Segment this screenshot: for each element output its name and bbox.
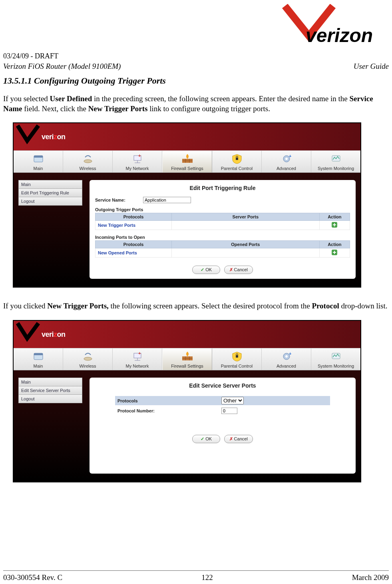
sidebar: Main Edit Service Server Ports Logout: [18, 378, 82, 474]
nav-firewall[interactable]: Firewall Settings: [162, 151, 212, 172]
sidebar-item-logout[interactable]: Logout: [18, 394, 82, 403]
footer-left: 030-300554 Rev. C: [3, 573, 62, 582]
col-action: Action: [319, 241, 350, 248]
col-action: Action: [319, 213, 350, 221]
svg-rect-18: [34, 353, 43, 355]
nav-parental[interactable]: Parental Control: [212, 151, 262, 172]
protocol-number-label: Protocol Number:: [117, 408, 221, 413]
nav-firewall[interactable]: Firewall Settings: [162, 348, 212, 370]
parental-icon: [230, 153, 244, 164]
paragraph-1: If you selected User Defined in the prec…: [3, 94, 389, 114]
footer-right: March 2009: [352, 573, 389, 582]
wireless-icon: [81, 153, 95, 164]
col-server-ports: Server Ports: [172, 213, 319, 221]
cancel-button[interactable]: ✗ Cancel: [224, 266, 253, 274]
nav-advanced[interactable]: + Advanced: [262, 151, 311, 172]
advanced-icon: +: [280, 153, 293, 164]
sidebar-item-main[interactable]: Main: [18, 378, 82, 386]
screenshot-2: verizon Main Wireless + My Network Firew…: [13, 320, 361, 482]
network-icon: +: [131, 153, 144, 164]
protocols-label: Protocols: [117, 398, 221, 403]
section-heading: 13.5.1.1 Configuring Outgoing Trigger Po…: [3, 76, 389, 86]
svg-text:+: +: [289, 351, 291, 356]
col-opened-ports: Opened Ports: [172, 241, 319, 248]
nav-my-network[interactable]: + My Network: [113, 151, 162, 172]
panel-title: Edit Port Triggering Rule: [95, 185, 350, 191]
nav-system[interactable]: System Monitoring: [311, 151, 360, 172]
col-protocols: Protocols: [96, 241, 172, 248]
nav-main[interactable]: Main: [14, 348, 63, 370]
firewall-icon: [181, 351, 194, 362]
panel-edit-port-triggering: Edit Port Triggering Rule Service Name: …: [90, 180, 356, 279]
draft-label: 03/24/09 - DRAFT: [3, 52, 389, 60]
nav-wireless[interactable]: Wireless: [63, 348, 113, 370]
svg-point-30: [285, 355, 288, 358]
nav-main[interactable]: Main: [14, 151, 63, 172]
verizon-check-icon: [16, 124, 40, 145]
verizon-check-icon: [16, 322, 40, 342]
sidebar-item-main[interactable]: Main: [18, 180, 82, 189]
verizon-wordmark: verizon: [42, 133, 66, 141]
wireless-icon: [81, 351, 95, 362]
add-icon[interactable]: [332, 250, 337, 255]
svg-point-14: [285, 158, 288, 160]
footer-page: 122: [201, 573, 213, 582]
sidebar-item-edit-rule[interactable]: Edit Port Triggering Rule: [18, 188, 82, 197]
svg-rect-12: [236, 158, 238, 160]
incoming-header: Incoming Ports to Open: [95, 235, 350, 240]
outgoing-header: Outgoing Trigger Ports: [95, 207, 350, 212]
protocol-number-input[interactable]: [221, 408, 237, 414]
page-footer: 030-300554 Rev. C 122 March 2009: [3, 570, 389, 582]
service-name-label: Service Name:: [95, 198, 143, 202]
verizon-logo: verizon: [281, 4, 389, 46]
ok-button[interactable]: ✓ OK: [192, 266, 220, 274]
paragraph-2: If you clicked New Trigger Ports, the fo…: [3, 301, 389, 311]
ok-button[interactable]: ✓ OK: [192, 435, 220, 443]
top-nav: Main Wireless + My Network Firewall Sett…: [14, 348, 360, 370]
col-protocols: Protocols: [96, 213, 172, 221]
nav-wireless[interactable]: Wireless: [63, 151, 113, 172]
incoming-table: Protocols Opened Ports Action New Opened…: [95, 240, 350, 258]
nav-advanced[interactable]: + Advanced: [262, 348, 311, 370]
svg-text:+: +: [138, 351, 141, 356]
outgoing-table: Protocols Server Ports Action New Trigge…: [95, 213, 350, 230]
nav-system[interactable]: System Monitoring: [311, 348, 360, 370]
protocol-select[interactable]: Other: [221, 397, 244, 404]
sidebar-item-edit-server-ports[interactable]: Edit Service Server Ports: [18, 386, 82, 395]
doc-type: User Guide: [354, 62, 389, 71]
main-icon: [32, 153, 45, 164]
panel-title: Edit Service Server Ports: [95, 382, 350, 389]
svg-rect-2: [34, 156, 43, 158]
monitoring-icon: [329, 351, 343, 362]
advanced-icon: +: [280, 351, 293, 362]
svg-point-19: [84, 357, 92, 360]
page-header: verizon: [3, 4, 389, 52]
parental-icon: [230, 351, 244, 362]
new-opened-ports-link[interactable]: New Opened Ports: [96, 248, 172, 258]
main-icon: [32, 351, 45, 362]
product-name: Verizon FiOS Router (Model 9100EM): [3, 62, 121, 71]
cancel-button[interactable]: ✗ Cancel: [224, 435, 253, 443]
service-name-input[interactable]: [143, 197, 191, 203]
monitoring-icon: [329, 153, 343, 164]
nav-parental[interactable]: Parental Control: [212, 348, 262, 370]
sidebar-item-logout[interactable]: Logout: [18, 197, 82, 206]
svg-text:+: +: [138, 153, 141, 158]
nav-my-network[interactable]: + My Network: [113, 348, 162, 370]
svg-rect-28: [236, 355, 238, 358]
svg-text:+: +: [289, 154, 291, 158]
svg-text:verizon: verizon: [306, 25, 373, 46]
svg-point-3: [84, 160, 92, 163]
new-trigger-ports-link[interactable]: New Trigger Ports: [96, 221, 172, 230]
top-nav: Main Wireless + My Network Firewall Sett…: [14, 150, 360, 173]
verizon-wordmark: verizon: [42, 330, 66, 339]
panel-edit-server-ports: Edit Service Server Ports Protocols Othe…: [90, 378, 356, 474]
network-icon: +: [131, 351, 144, 362]
screenshot-1: verizon Main Wireless + My Network Firew…: [13, 122, 361, 288]
firewall-icon: [181, 153, 194, 164]
add-icon[interactable]: [332, 222, 337, 228]
sidebar: Main Edit Port Triggering Rule Logout: [18, 180, 82, 279]
